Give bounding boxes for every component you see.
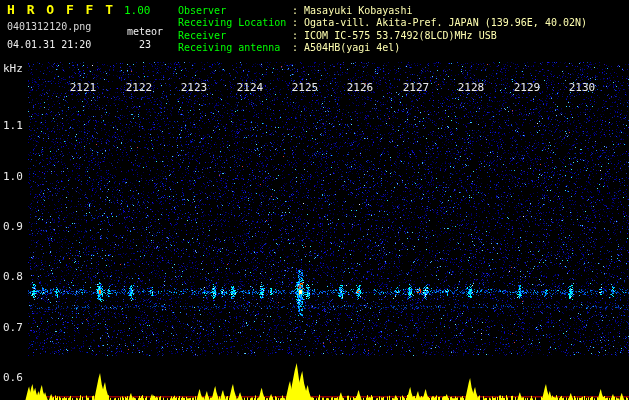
observation-datetime: 04.01.31 21:20 — [7, 39, 91, 50]
info-label-receiver: Receiver — [178, 30, 292, 42]
y-tick-0-9: 0.9 — [3, 221, 23, 233]
info-label-observer: Observer — [178, 5, 292, 17]
x-tick-2123: 2123 — [180, 82, 208, 94]
x-tick-2129: 2129 — [513, 82, 541, 94]
info-label-antenna: Receiving antenna — [178, 42, 292, 54]
info-row-antenna: Receiving antenna: A504HB(yagi 4el) — [178, 42, 587, 54]
station-info: Observer: Masayuki Kobayashi Receiving L… — [178, 5, 587, 55]
app-version: 1.00 — [124, 5, 151, 17]
x-tick-2122: 2122 — [125, 82, 153, 94]
info-value-observer: Masayuki Kobayashi — [304, 5, 412, 16]
echo-count: 23 — [139, 39, 151, 50]
y-tick-0-6: 0.6 — [3, 372, 23, 384]
info-value-receiver: ICOM IC-575 53.7492(8LCD)MHz USB — [304, 30, 497, 41]
observation-mode-label: meteor — [127, 26, 163, 37]
x-tick-2121: 2121 — [69, 82, 97, 94]
x-tick-2126: 2126 — [346, 82, 374, 94]
y-tick-1-0: 1.0 — [3, 171, 23, 183]
info-separator: : — [292, 30, 298, 41]
x-tick-2130: 2130 — [568, 82, 596, 94]
x-tick-2127: 2127 — [402, 82, 430, 94]
info-separator: : — [292, 42, 298, 53]
info-row-location: Receiving Location: Ogata-vill. Akita-Pr… — [178, 17, 587, 29]
x-tick-2128: 2128 — [457, 82, 485, 94]
app-title: H R O F F T — [7, 3, 115, 17]
x-tick-2125: 2125 — [291, 82, 319, 94]
y-tick-0-7: 0.7 — [3, 322, 23, 334]
y-tick-1-1: 1.1 — [3, 120, 23, 132]
y-axis-unit: kHz — [3, 63, 23, 75]
x-tick-2124: 2124 — [236, 82, 264, 94]
info-value-antenna: A504HB(yagi 4el) — [304, 42, 400, 53]
spectrogram-canvas — [0, 0, 629, 400]
info-row-observer: Observer: Masayuki Kobayashi — [178, 5, 587, 17]
info-separator: : — [292, 5, 298, 16]
y-tick-0-8: 0.8 — [3, 271, 23, 283]
info-label-location: Receiving Location — [178, 17, 292, 29]
info-row-receiver: Receiver: ICOM IC-575 53.7492(8LCD)MHz U… — [178, 30, 587, 42]
hrofft-window: H R O F F T 1.00 0401312120.png meteor 0… — [0, 0, 629, 400]
info-separator: : — [292, 17, 298, 28]
output-filename: 0401312120.png — [7, 21, 91, 32]
info-value-location: Ogata-vill. Akita-Pref. JAPAN (139.96E, … — [304, 17, 587, 28]
